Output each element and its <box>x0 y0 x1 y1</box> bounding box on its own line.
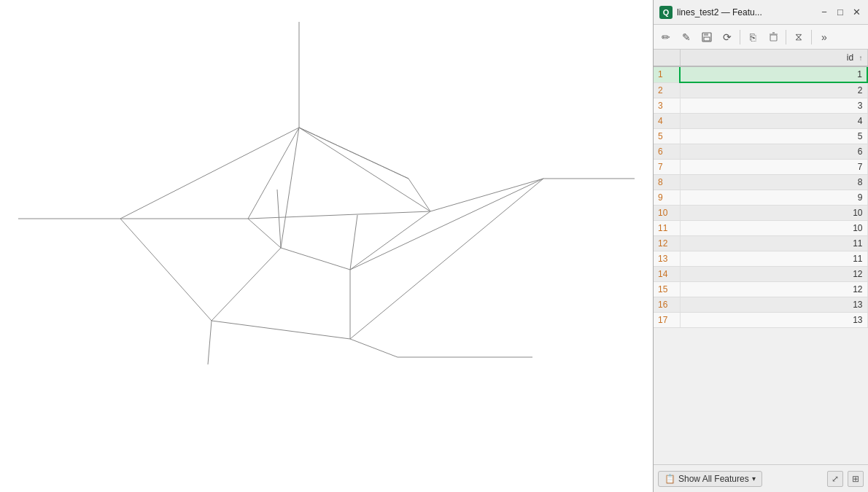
svg-line-11 <box>430 179 543 211</box>
row-number-cell: 4 <box>654 114 680 129</box>
table-row[interactable]: 66 <box>654 144 867 160</box>
id-value-cell: 2 <box>680 82 867 98</box>
map-canvas <box>0 0 642 492</box>
table-row[interactable]: 1010 <box>654 206 867 221</box>
pencil-icon[interactable]: ✏ <box>656 28 675 47</box>
id-value-cell: 8 <box>680 175 867 190</box>
table-row[interactable]: 55 <box>654 129 867 144</box>
id-value-cell: 12 <box>680 267 867 282</box>
svg-line-3 <box>299 128 430 211</box>
table-row[interactable]: 1211 <box>654 236 867 251</box>
svg-line-13 <box>299 128 408 179</box>
id-value-cell: 1 <box>680 66 867 82</box>
bottom-bar: 📋 Show All Features ▾ ⤢ ⊞ <box>654 464 868 492</box>
row-number-cell: 16 <box>654 297 680 313</box>
id-value-cell: 12 <box>680 282 867 297</box>
toolbar-separator-3 <box>811 30 812 44</box>
svg-line-5 <box>281 128 299 248</box>
svg-line-16 <box>248 219 281 248</box>
filter-icon[interactable]: ⧖ <box>789 28 808 47</box>
svg-line-15 <box>248 211 430 219</box>
table-row[interactable]: 1713 <box>654 313 867 328</box>
row-num-header <box>654 50 680 66</box>
row-number-cell: 3 <box>654 98 680 114</box>
table-row[interactable]: 1311 <box>654 251 867 267</box>
table-row[interactable]: 33 <box>654 98 867 114</box>
svg-line-24 <box>208 321 212 364</box>
table-row[interactable]: 88 <box>654 175 867 190</box>
svg-line-10 <box>350 179 543 339</box>
row-number-cell: 15 <box>654 282 680 297</box>
table-row[interactable]: 99 <box>654 190 867 206</box>
maximize-button[interactable]: □ <box>834 7 846 18</box>
minimize-button[interactable]: − <box>818 7 830 18</box>
row-number-cell: 14 <box>654 267 680 282</box>
id-value-cell: 11 <box>680 251 867 267</box>
sort-arrow-icon: ↑ <box>859 54 863 62</box>
row-number-cell: 8 <box>654 175 680 190</box>
more-options-icon[interactable]: » <box>815 28 834 47</box>
id-value-cell: 4 <box>680 114 867 129</box>
qgis-logo-icon: Q <box>659 6 673 19</box>
svg-rect-30 <box>770 35 777 41</box>
table-row[interactable]: 44 <box>654 114 867 129</box>
save-edits-icon[interactable] <box>697 28 716 47</box>
row-number-cell: 2 <box>654 82 680 98</box>
row-number-cell: 5 <box>654 129 680 144</box>
svg-line-12 <box>408 179 430 211</box>
row-number-cell: 7 <box>654 160 680 175</box>
feature-table: id ↑ 11223344556677889910101110121113111… <box>654 50 868 328</box>
id-value-cell: 13 <box>680 297 867 313</box>
svg-line-25 <box>350 339 398 357</box>
table-row[interactable]: 11 <box>654 66 867 82</box>
id-value-cell: 3 <box>680 98 867 114</box>
row-number-cell: 13 <box>654 251 680 267</box>
svg-line-9 <box>212 321 350 339</box>
table-row[interactable]: 1613 <box>654 297 867 313</box>
table-row[interactable]: 77 <box>654 160 867 175</box>
feature-panel: Q lines_test2 — Featu... − □ ✕ ✏ ✎ ⟳ ⎘ ⧖… <box>653 0 868 492</box>
expand-table-icon[interactable]: ⤢ <box>827 471 843 487</box>
edit-attributes-icon[interactable]: ✎ <box>677 28 696 47</box>
delete-icon[interactable] <box>764 28 783 47</box>
table-row[interactable]: 1412 <box>654 267 867 282</box>
svg-line-23 <box>350 215 357 270</box>
id-value-cell: 7 <box>680 160 867 175</box>
table-row[interactable]: 1512 <box>654 282 867 297</box>
table-row[interactable]: 1110 <box>654 221 867 236</box>
svg-line-8 <box>120 219 212 321</box>
close-button[interactable]: ✕ <box>850 7 862 18</box>
svg-line-22 <box>277 190 281 248</box>
row-number-cell: 11 <box>654 221 680 236</box>
id-value-cell: 5 <box>680 129 867 144</box>
id-value-cell: 11 <box>680 236 867 251</box>
copy-icon[interactable]: ⎘ <box>743 28 762 47</box>
id-value-cell: 10 <box>680 206 867 221</box>
map-svg <box>0 0 642 492</box>
window-title: lines_test2 — Featu... <box>677 7 814 17</box>
id-column-header[interactable]: id ↑ <box>680 50 867 66</box>
svg-line-18 <box>350 211 430 270</box>
row-number-cell: 1 <box>654 66 680 82</box>
row-number-cell: 9 <box>654 190 680 206</box>
id-value-cell: 6 <box>680 144 867 160</box>
show-all-icon: 📋 <box>664 474 675 484</box>
table-row[interactable]: 22 <box>654 82 867 98</box>
toolbar: ✏ ✎ ⟳ ⎘ ⧖ » <box>654 25 868 50</box>
svg-line-1 <box>120 128 299 219</box>
svg-line-17 <box>281 248 350 270</box>
table-scroll[interactable]: id ↑ 11223344556677889910101110121113111… <box>654 50 868 464</box>
show-all-features-button[interactable]: 📋 Show All Features ▾ <box>658 471 762 487</box>
dropdown-arrow-icon: ▾ <box>752 475 756 483</box>
title-bar: Q lines_test2 — Featu... − □ ✕ <box>654 0 868 25</box>
id-value-cell: 10 <box>680 221 867 236</box>
svg-line-20 <box>350 179 543 270</box>
svg-line-4 <box>248 128 299 219</box>
toolbar-separator-2 <box>786 30 786 44</box>
row-number-cell: 12 <box>654 236 680 251</box>
row-number-cell: 10 <box>654 206 680 221</box>
column-settings-icon[interactable]: ⊞ <box>848 471 864 487</box>
refresh-icon[interactable]: ⟳ <box>718 28 737 47</box>
row-number-cell: 6 <box>654 144 680 160</box>
table-container: id ↑ 11223344556677889910101110121113111… <box>654 50 868 464</box>
